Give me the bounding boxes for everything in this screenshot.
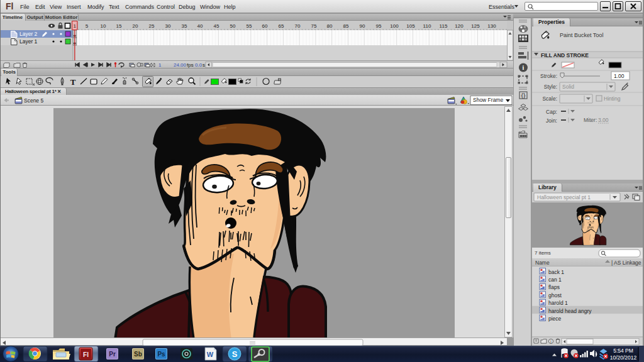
svg-text:| AS Linkage: | AS Linkage (611, 260, 641, 266)
svg-text:125: 125 (471, 23, 480, 29)
svg-text:Show Frame: Show Frame (473, 97, 503, 103)
svg-text:Fl: Fl (83, 351, 89, 358)
svg-text:30: 30 (165, 23, 171, 29)
svg-text:5:54 PM: 5:54 PM (613, 348, 633, 354)
svg-text:75: 75 (311, 23, 317, 29)
svg-text:Solid: Solid (562, 84, 574, 90)
svg-text:10/20/2012: 10/20/2012 (610, 354, 637, 361)
svg-text:7 items: 7 items (535, 250, 551, 256)
svg-text:85: 85 (343, 23, 349, 29)
svg-text:3.00: 3.00 (598, 117, 609, 123)
svg-text:harold 1: harold 1 (548, 300, 568, 306)
svg-text:1: 1 (158, 62, 162, 68)
svg-text:10: 10 (101, 23, 106, 29)
svg-text:Scale:: Scale: (542, 96, 557, 102)
svg-text:Layer 2: Layer 2 (19, 31, 38, 37)
svg-text:Join:: Join: (546, 118, 557, 124)
svg-text:fps: fps (187, 62, 194, 68)
svg-text:Pr: Pr (109, 351, 116, 358)
svg-text:130: 130 (487, 23, 496, 29)
svg-text:Name: Name (535, 260, 550, 266)
svg-text:{}: {} (521, 92, 526, 99)
svg-text:s: s (203, 62, 205, 68)
svg-text:0.0: 0.0 (195, 62, 203, 68)
svg-text:T: T (70, 77, 76, 87)
svg-text:1.00: 1.00 (614, 73, 625, 79)
svg-text:35: 35 (182, 23, 187, 29)
svg-text:95: 95 (376, 23, 382, 29)
svg-text:S: S (232, 349, 238, 359)
svg-text:40: 40 (197, 23, 203, 29)
svg-text:i: i (550, 339, 551, 344)
svg-text:Cap:: Cap: (546, 109, 557, 115)
svg-text:20: 20 (133, 23, 138, 29)
svg-text:80: 80 (327, 23, 333, 29)
svg-text:Sb: Sb (134, 351, 142, 358)
svg-text:Scene 5: Scene 5 (24, 97, 43, 104)
svg-text:can 1: can 1 (548, 277, 562, 283)
svg-text:55: 55 (247, 23, 252, 29)
svg-text:100: 100 (390, 23, 399, 29)
svg-text:90: 90 (360, 23, 365, 29)
svg-text:70: 70 (295, 23, 301, 29)
svg-text:Paint Bucket Tool: Paint Bucket Tool (560, 32, 603, 38)
svg-text:Stroke:: Stroke: (540, 73, 557, 79)
svg-text:110: 110 (423, 23, 431, 29)
svg-text:120: 120 (455, 23, 464, 29)
svg-text:harold head angry: harold head angry (548, 308, 592, 314)
svg-text:Layer 1: Layer 1 (19, 38, 38, 45)
svg-text:50: 50 (230, 23, 236, 29)
svg-text:W: W (207, 351, 214, 358)
svg-text:FILL AND STROKE: FILL AND STROKE (541, 52, 589, 58)
svg-text:24.00: 24.00 (174, 62, 187, 68)
svg-text:back 1: back 1 (548, 269, 564, 275)
svg-text:25: 25 (149, 23, 155, 29)
svg-text:Halloween special pt 1: Halloween special pt 1 (537, 194, 591, 200)
svg-text:45: 45 (214, 23, 219, 29)
svg-text:Ps: Ps (157, 351, 165, 358)
svg-text:1: 1 (73, 23, 76, 29)
svg-text:65: 65 (279, 23, 284, 29)
svg-text:115: 115 (440, 23, 448, 29)
svg-text:Hinting: Hinting (604, 96, 621, 102)
svg-text:ghost: ghost (548, 292, 562, 299)
svg-text:15: 15 (116, 23, 122, 29)
svg-text:105: 105 (406, 23, 415, 29)
svg-text:i: i (523, 64, 525, 71)
svg-text:Style:: Style: (544, 84, 557, 90)
svg-text:5: 5 (86, 23, 89, 29)
svg-text:piece: piece (548, 315, 562, 322)
svg-text:Miter:: Miter: (584, 117, 597, 123)
svg-text:60: 60 (262, 23, 268, 29)
svg-text:flaps: flaps (548, 284, 560, 290)
